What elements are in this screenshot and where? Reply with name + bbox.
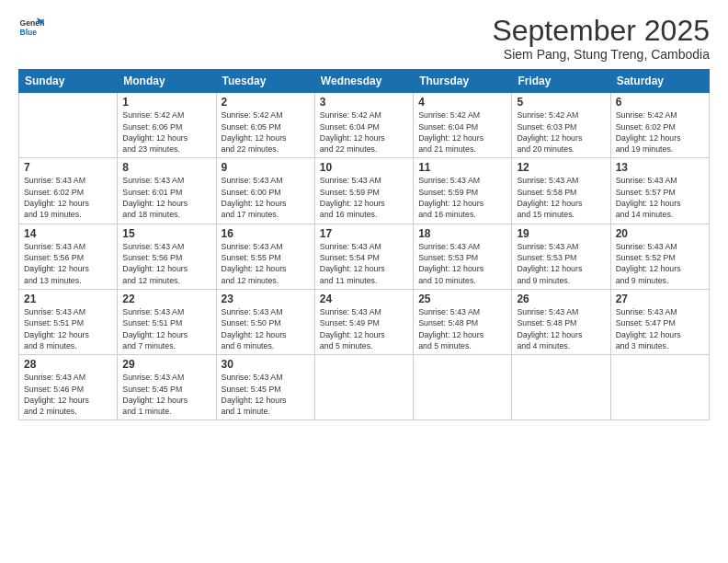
calendar-cell: 25Sunrise: 5:43 AM Sunset: 5:48 PM Dayli… xyxy=(414,289,512,354)
day-number: 28 xyxy=(24,358,112,371)
day-number: 20 xyxy=(616,227,704,240)
day-number: 26 xyxy=(517,293,605,305)
calendar-cell: 4Sunrise: 5:42 AM Sunset: 6:04 PM Daylig… xyxy=(414,93,512,158)
day-info: Sunrise: 5:43 AM Sunset: 5:57 PM Dayligh… xyxy=(616,175,704,220)
day-info: Sunrise: 5:43 AM Sunset: 5:45 PM Dayligh… xyxy=(222,372,310,417)
month-title: September 2025 xyxy=(492,15,710,47)
logo: General Blue xyxy=(18,15,44,40)
day-info: Sunrise: 5:43 AM Sunset: 5:59 PM Dayligh… xyxy=(320,175,408,220)
day-info: Sunrise: 5:42 AM Sunset: 6:02 PM Dayligh… xyxy=(616,109,704,155)
title-block: September 2025 Siem Pang, Stung Treng, C… xyxy=(492,15,710,62)
day-number: 14 xyxy=(24,227,112,240)
day-number: 13 xyxy=(616,161,704,174)
col-friday: Friday xyxy=(512,70,610,93)
calendar-cell: 16Sunrise: 5:43 AM Sunset: 5:55 PM Dayli… xyxy=(216,224,314,289)
calendar-cell: 28Sunrise: 5:43 AM Sunset: 5:46 PM Dayli… xyxy=(19,355,118,420)
day-info: Sunrise: 5:43 AM Sunset: 5:47 PM Dayligh… xyxy=(616,306,704,351)
calendar-week-row-4: 28Sunrise: 5:43 AM Sunset: 5:46 PM Dayli… xyxy=(19,355,710,420)
day-info: Sunrise: 5:43 AM Sunset: 5:54 PM Dayligh… xyxy=(320,241,408,286)
calendar-cell: 7Sunrise: 5:43 AM Sunset: 6:02 PM Daylig… xyxy=(19,158,118,224)
day-number: 15 xyxy=(122,227,210,240)
calendar-cell xyxy=(19,93,118,158)
calendar-cell: 6Sunrise: 5:42 AM Sunset: 6:02 PM Daylig… xyxy=(610,93,709,158)
logo-bird-icon: General Blue xyxy=(18,15,44,40)
day-info: Sunrise: 5:43 AM Sunset: 5:58 PM Dayligh… xyxy=(517,175,605,220)
day-info: Sunrise: 5:43 AM Sunset: 5:50 PM Dayligh… xyxy=(222,306,310,351)
calendar-cell: 20Sunrise: 5:43 AM Sunset: 5:52 PM Dayli… xyxy=(610,224,709,289)
day-info: Sunrise: 5:43 AM Sunset: 5:46 PM Dayligh… xyxy=(24,372,112,417)
calendar-cell: 2Sunrise: 5:42 AM Sunset: 6:05 PM Daylig… xyxy=(216,93,314,158)
calendar-cell: 11Sunrise: 5:43 AM Sunset: 5:59 PM Dayli… xyxy=(414,158,512,224)
day-number: 23 xyxy=(222,293,310,305)
day-number: 27 xyxy=(616,293,704,305)
day-info: Sunrise: 5:43 AM Sunset: 6:02 PM Dayligh… xyxy=(24,175,112,220)
day-info: Sunrise: 5:43 AM Sunset: 5:51 PM Dayligh… xyxy=(122,306,210,351)
svg-text:Blue: Blue xyxy=(20,28,38,37)
day-info: Sunrise: 5:43 AM Sunset: 5:51 PM Dayligh… xyxy=(24,306,112,351)
day-number: 1 xyxy=(122,96,210,109)
calendar-cell: 1Sunrise: 5:42 AM Sunset: 6:06 PM Daylig… xyxy=(118,93,216,158)
day-number: 29 xyxy=(122,358,210,371)
calendar-cell: 15Sunrise: 5:43 AM Sunset: 5:56 PM Dayli… xyxy=(118,224,216,289)
calendar-cell: 22Sunrise: 5:43 AM Sunset: 5:51 PM Dayli… xyxy=(118,289,216,354)
day-info: Sunrise: 5:43 AM Sunset: 5:55 PM Dayligh… xyxy=(222,241,310,286)
day-info: Sunrise: 5:43 AM Sunset: 6:00 PM Dayligh… xyxy=(222,175,310,220)
day-info: Sunrise: 5:43 AM Sunset: 5:52 PM Dayligh… xyxy=(616,241,704,286)
col-sunday: Sunday xyxy=(19,70,118,93)
col-tuesday: Tuesday xyxy=(216,70,314,93)
calendar-cell: 10Sunrise: 5:43 AM Sunset: 5:59 PM Dayli… xyxy=(314,158,413,224)
day-info: Sunrise: 5:42 AM Sunset: 6:03 PM Dayligh… xyxy=(517,109,605,155)
day-number: 5 xyxy=(517,96,605,109)
day-number: 22 xyxy=(122,293,210,305)
day-info: Sunrise: 5:43 AM Sunset: 5:53 PM Dayligh… xyxy=(517,241,605,286)
col-monday: Monday xyxy=(118,70,216,93)
col-thursday: Thursday xyxy=(414,70,512,93)
day-number: 21 xyxy=(24,293,112,305)
day-info: Sunrise: 5:43 AM Sunset: 5:49 PM Dayligh… xyxy=(320,306,408,351)
col-saturday: Saturday xyxy=(610,70,709,93)
calendar-week-row-2: 14Sunrise: 5:43 AM Sunset: 5:56 PM Dayli… xyxy=(19,224,710,289)
calendar-cell: 18Sunrise: 5:43 AM Sunset: 5:53 PM Dayli… xyxy=(414,224,512,289)
day-number: 17 xyxy=(320,227,408,240)
calendar-cell: 5Sunrise: 5:42 AM Sunset: 6:03 PM Daylig… xyxy=(512,93,610,158)
calendar-cell: 27Sunrise: 5:43 AM Sunset: 5:47 PM Dayli… xyxy=(610,289,709,354)
calendar-week-row-1: 7Sunrise: 5:43 AM Sunset: 6:02 PM Daylig… xyxy=(19,158,710,224)
day-info: Sunrise: 5:42 AM Sunset: 6:04 PM Dayligh… xyxy=(320,109,408,155)
day-number: 3 xyxy=(320,96,408,109)
calendar-week-row-0: 1Sunrise: 5:42 AM Sunset: 6:06 PM Daylig… xyxy=(19,93,710,158)
day-number: 16 xyxy=(222,227,310,240)
calendar-cell: 3Sunrise: 5:42 AM Sunset: 6:04 PM Daylig… xyxy=(314,93,413,158)
day-info: Sunrise: 5:43 AM Sunset: 5:48 PM Dayligh… xyxy=(517,306,605,351)
calendar-cell: 19Sunrise: 5:43 AM Sunset: 5:53 PM Dayli… xyxy=(512,224,610,289)
day-info: Sunrise: 5:42 AM Sunset: 6:05 PM Dayligh… xyxy=(222,109,310,155)
day-info: Sunrise: 5:43 AM Sunset: 5:53 PM Dayligh… xyxy=(418,241,506,286)
location-subtitle: Siem Pang, Stung Treng, Cambodia xyxy=(492,47,710,62)
day-info: Sunrise: 5:43 AM Sunset: 6:01 PM Dayligh… xyxy=(122,175,210,220)
calendar-cell: 26Sunrise: 5:43 AM Sunset: 5:48 PM Dayli… xyxy=(512,289,610,354)
day-number: 7 xyxy=(24,161,112,174)
day-info: Sunrise: 5:43 AM Sunset: 5:45 PM Dayligh… xyxy=(122,372,210,417)
day-number: 12 xyxy=(517,161,605,174)
calendar-cell: 9Sunrise: 5:43 AM Sunset: 6:00 PM Daylig… xyxy=(216,158,314,224)
calendar-cell: 8Sunrise: 5:43 AM Sunset: 6:01 PM Daylig… xyxy=(118,158,216,224)
calendar-cell: 23Sunrise: 5:43 AM Sunset: 5:50 PM Dayli… xyxy=(216,289,314,354)
calendar-cell: 30Sunrise: 5:43 AM Sunset: 5:45 PM Dayli… xyxy=(216,355,314,420)
day-number: 30 xyxy=(222,358,310,371)
calendar-cell xyxy=(314,355,413,420)
day-number: 6 xyxy=(616,96,704,109)
col-wednesday: Wednesday xyxy=(314,70,413,93)
day-number: 25 xyxy=(418,293,506,305)
day-info: Sunrise: 5:43 AM Sunset: 5:56 PM Dayligh… xyxy=(24,241,112,286)
calendar-cell: 13Sunrise: 5:43 AM Sunset: 5:57 PM Dayli… xyxy=(610,158,709,224)
day-info: Sunrise: 5:42 AM Sunset: 6:04 PM Dayligh… xyxy=(418,109,506,155)
calendar-cell: 21Sunrise: 5:43 AM Sunset: 5:51 PM Dayli… xyxy=(19,289,118,354)
day-info: Sunrise: 5:43 AM Sunset: 5:59 PM Dayligh… xyxy=(418,175,506,220)
day-number: 18 xyxy=(418,227,506,240)
calendar-cell: 29Sunrise: 5:43 AM Sunset: 5:45 PM Dayli… xyxy=(118,355,216,420)
day-number: 24 xyxy=(320,293,408,305)
day-number: 4 xyxy=(418,96,506,109)
day-number: 2 xyxy=(222,96,310,109)
day-number: 10 xyxy=(320,161,408,174)
calendar-cell xyxy=(414,355,512,420)
day-info: Sunrise: 5:43 AM Sunset: 5:48 PM Dayligh… xyxy=(418,306,506,351)
